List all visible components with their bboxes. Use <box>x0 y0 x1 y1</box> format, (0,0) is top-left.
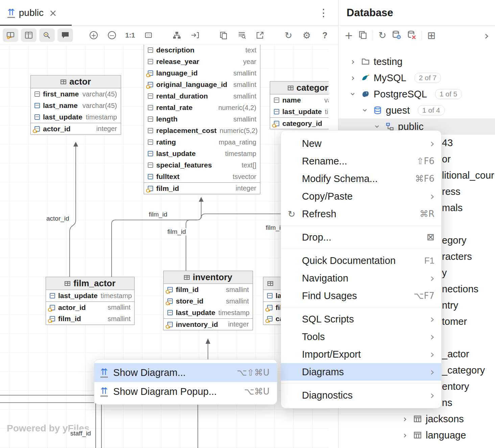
copy-diagram-button[interactable] <box>216 28 231 42</box>
table-row[interactable]: ratingmpaa_rating <box>144 136 260 148</box>
table-row[interactable]: category_id <box>270 117 329 129</box>
show-keys-button[interactable] <box>39 28 55 42</box>
table-row[interactable]: actor_idsmallint <box>46 301 134 313</box>
table-row[interactable]: first_namevarchar(45) <box>31 88 121 100</box>
chevron-right-icon[interactable]: › <box>401 431 409 440</box>
show-comments-button[interactable] <box>57 28 73 42</box>
chevron-down-icon[interactable]: › <box>361 106 370 115</box>
diagram-icon: ⇈ <box>7 8 15 18</box>
table-row[interactable]: film_idinteger <box>144 182 260 194</box>
table-header[interactable]: inventory <box>164 271 253 284</box>
primary-key-icon <box>267 316 273 321</box>
new-datasource-button[interactable]: + <box>345 30 353 41</box>
disconnect-button[interactable] <box>407 30 416 41</box>
table-header[interactable]: film_actor <box>46 277 134 290</box>
zoom-out-button[interactable]: − <box>104 28 120 42</box>
chevron-down-icon[interactable]: › <box>349 90 357 98</box>
table-row[interactable]: film_idsmallint <box>164 284 253 295</box>
table-row[interactable]: fulltexttsvector <box>144 171 260 182</box>
open-in-new-window-button[interactable] <box>252 28 268 42</box>
table-row[interactable]: lengthsmallint <box>144 113 260 125</box>
menu-item-import-export[interactable]: Import/Export› <box>281 345 441 363</box>
table-node-film-actor[interactable]: film_actor last_updatetimestamp actor_id… <box>46 277 135 325</box>
table-row[interactable]: language_idsmallint <box>144 67 260 79</box>
menu-item-sql-scripts[interactable]: SQL Scripts› <box>281 310 441 328</box>
chevron-right-icon[interactable]: › <box>349 73 357 82</box>
datasource-properties-button[interactable] <box>392 30 401 41</box>
column-type: smallint <box>233 81 256 89</box>
tab-public[interactable]: ⇈ public × <box>0 0 64 26</box>
menu-item-label: Rename... <box>302 156 347 167</box>
menu-item-diagnostics[interactable]: Diagnostics› <box>281 386 441 404</box>
refresh-icon[interactable]: ↻ <box>378 31 386 40</box>
table-row[interactable]: last_updatetimestamp <box>144 148 260 159</box>
table-title: film_actor <box>73 278 115 289</box>
menu-item-show-diagram-popup[interactable]: ⇈ Show Diagram Popup... ⌥⌘U <box>94 382 277 401</box>
close-tab-icon[interactable]: × <box>49 7 57 19</box>
menu-item-navigation[interactable]: Navigation› <box>281 269 441 287</box>
table-row[interactable]: store_idsmallint <box>164 295 253 307</box>
menu-item-label: Show Diagram... <box>113 367 186 378</box>
menu-item-find-usages[interactable]: Find Usages⌥F7 <box>281 287 441 305</box>
menu-item-new[interactable]: New› <box>281 135 441 152</box>
table-row[interactable]: last_updatetimestamp <box>164 307 253 318</box>
tree-item-guest[interactable]: › guest 1 of 4 <box>338 102 495 118</box>
table-row[interactable]: namevarchar <box>270 94 329 106</box>
settings-button[interactable]: ⚙ <box>299 28 314 42</box>
actual-size-button[interactable]: 1:1 <box>122 28 138 42</box>
auto-layout-button[interactable] <box>169 28 185 42</box>
editor-options-icon[interactable]: ⋮ <box>319 7 329 19</box>
table-row[interactable]: film_idsmallint <box>46 313 134 324</box>
panel-more-chevron-icon[interactable]: › <box>484 30 489 41</box>
chevron-down-icon[interactable]: › <box>373 122 382 131</box>
show-key-columns-button[interactable] <box>3 28 18 42</box>
table-row[interactable]: rental_ratenumeric(4,2) <box>144 102 260 113</box>
chevron-right-icon[interactable]: › <box>349 57 357 66</box>
edge-label: actor_id <box>45 215 70 222</box>
table-row[interactable]: rental_durationsmallint <box>144 90 260 102</box>
menu-item-modify-schema[interactable]: Modify Schema...⌘F6 <box>281 170 441 187</box>
table-row[interactable]: descriptiontext <box>144 45 260 56</box>
fit-content-button[interactable] <box>141 28 156 42</box>
table-view-button[interactable]: ⊞ <box>427 30 436 41</box>
table-row[interactable]: original_language_idsmallint <box>144 79 260 90</box>
menu-item-show-diagram[interactable]: ⇈ Show Diagram... ⌥⇧⌘U <box>94 363 277 382</box>
duplicate-button[interactable] <box>358 30 367 41</box>
table-row[interactable]: last_namevarchar(45) <box>31 100 121 111</box>
menu-item-quick-documentation[interactable]: Quick DocumentationF1 <box>281 252 441 269</box>
table-row[interactable]: last_updatetimestamp <box>270 106 329 117</box>
table-row[interactable]: special_featurestext[] <box>144 159 260 171</box>
chevron-right-icon[interactable]: › <box>401 415 409 423</box>
table-row[interactable]: last_updatetimestamp <box>31 111 121 123</box>
submenu-arrow-icon: › <box>430 273 434 284</box>
tree-item-jacksons[interactable]: › jacksons <box>338 411 495 427</box>
menu-item-copy-paste[interactable]: Copy/Paste› <box>281 187 441 205</box>
tree-item-mysql[interactable]: › MySQL 2 of 7 <box>338 70 495 86</box>
menu-item-diagrams[interactable]: Diagrams› <box>281 363 441 381</box>
route-edges-button[interactable] <box>187 28 203 42</box>
menu-item-tools[interactable]: Tools› <box>281 328 441 345</box>
table-node-category[interactable]: category namevarchar last_updatetimestam… <box>270 81 329 129</box>
tree-item-language[interactable]: › language <box>338 427 495 443</box>
menu-item-refresh[interactable]: ↻Refresh⌘R <box>281 205 441 223</box>
table-row[interactable]: last_updatetimestamp <box>46 290 134 301</box>
table-row[interactable]: release_yearyear <box>144 56 260 67</box>
table-node-actor[interactable]: actor first_namevarchar(45) last_namevar… <box>30 75 121 135</box>
table-header[interactable]: actor <box>31 75 121 88</box>
table-row[interactable]: replacement_costnumeric(5,2) <box>144 125 260 136</box>
tree-item-partial[interactable]: › <box>338 443 495 448</box>
table-node-inventory[interactable]: inventory film_idsmallint store_idsmalli… <box>163 271 253 330</box>
table-row[interactable]: inventory_idinteger <box>164 318 253 330</box>
tree-item-testing[interactable]: › testing <box>338 53 495 70</box>
preview-contents-button[interactable] <box>234 28 250 42</box>
table-row[interactable]: actor_idinteger <box>31 123 121 134</box>
table-header[interactable]: category <box>270 82 329 94</box>
help-button[interactable]: ? <box>317 28 333 42</box>
menu-item-drop[interactable]: Drop...⊠ <box>281 228 441 246</box>
refresh-button[interactable]: ↻ <box>281 28 296 42</box>
menu-item-rename[interactable]: Rename...⇧F6 <box>281 152 441 170</box>
show-column-properties-button[interactable] <box>21 28 37 42</box>
tree-item-postgresql[interactable]: › PostgreSQL 1 of 5 <box>338 86 495 102</box>
table-node-film[interactable]: descriptiontext release_yearyear languag… <box>144 45 260 194</box>
zoom-in-button[interactable]: + <box>86 28 101 42</box>
